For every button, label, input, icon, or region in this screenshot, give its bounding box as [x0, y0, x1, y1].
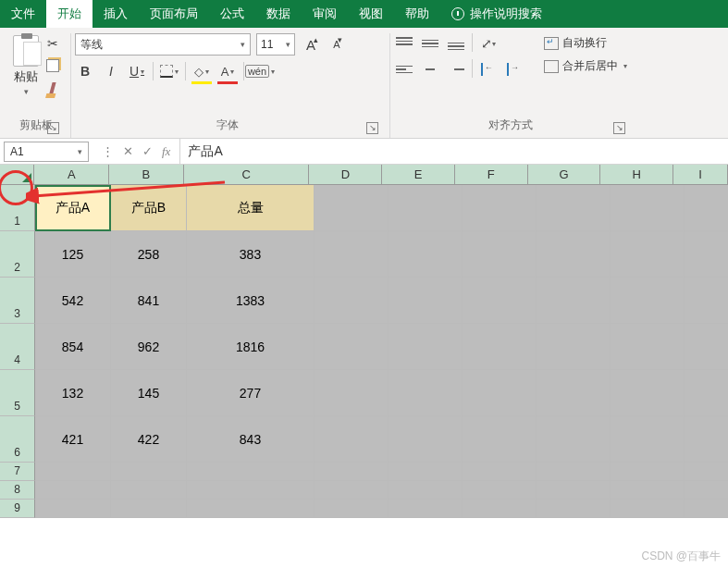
cell-H2[interactable]: [611, 231, 685, 278]
cell-E8[interactable]: [389, 481, 463, 500]
row-header-4[interactable]: 4: [0, 324, 35, 370]
cell-B9[interactable]: [111, 500, 187, 518]
cell-E9[interactable]: [389, 500, 463, 518]
cell-B3[interactable]: 841: [111, 278, 187, 324]
column-header-C[interactable]: C: [184, 165, 310, 184]
cell-I4[interactable]: [685, 324, 728, 370]
copy-button[interactable]: [44, 57, 61, 74]
column-header-H[interactable]: H: [600, 165, 673, 184]
cell-B7[interactable]: [111, 463, 187, 481]
tab-formulas[interactable]: 公式: [209, 0, 255, 28]
column-header-I[interactable]: I: [673, 165, 728, 184]
cell-D4[interactable]: [315, 324, 389, 370]
cell-I7[interactable]: [685, 463, 728, 481]
row-header-3[interactable]: 3: [0, 278, 35, 324]
tab-help[interactable]: 帮助: [394, 0, 440, 28]
cell-G7[interactable]: [537, 463, 611, 481]
column-header-D[interactable]: D: [309, 165, 382, 184]
cancel-icon[interactable]: ✕: [123, 144, 133, 158]
cell-F2[interactable]: [463, 231, 537, 278]
align-top-button[interactable]: [394, 33, 414, 54]
cell-A7[interactable]: [35, 463, 111, 481]
cell-F4[interactable]: [463, 324, 537, 370]
align-bottom-button[interactable]: [446, 33, 466, 54]
cell-G4[interactable]: [537, 324, 611, 370]
cell-D6[interactable]: [315, 416, 389, 463]
align-middle-button[interactable]: [420, 33, 440, 54]
row-header-9[interactable]: 9: [0, 500, 35, 518]
column-header-E[interactable]: E: [382, 165, 455, 184]
font-size-select[interactable]: 11 ▾: [256, 33, 295, 56]
cell-I9[interactable]: [685, 500, 728, 518]
cell-B4[interactable]: 962: [111, 324, 187, 370]
align-center-button[interactable]: [420, 59, 440, 80]
cell-G5[interactable]: [537, 370, 611, 416]
cell-E7[interactable]: [389, 463, 463, 481]
cell-D8[interactable]: [315, 481, 389, 500]
cell-G8[interactable]: [537, 481, 611, 500]
row-header-7[interactable]: 7: [0, 463, 35, 481]
font-color-button[interactable]: A▾: [217, 61, 238, 81]
cell-F5[interactable]: [463, 370, 537, 416]
cell-C5[interactable]: 277: [187, 370, 315, 416]
cell-F8[interactable]: [463, 481, 537, 500]
tab-view[interactable]: 视图: [348, 0, 394, 28]
cell-H8[interactable]: [611, 481, 685, 500]
cell-G6[interactable]: [537, 416, 611, 463]
cell-D1[interactable]: [315, 185, 389, 231]
cell-D3[interactable]: [315, 278, 389, 324]
dialog-launcher-icon[interactable]: ↘: [47, 122, 59, 134]
cell-D9[interactable]: [315, 500, 389, 518]
column-header-A[interactable]: A: [34, 165, 109, 184]
tell-me-search[interactable]: 操作说明搜索: [440, 0, 553, 28]
cell-C8[interactable]: [187, 481, 315, 500]
cell-H9[interactable]: [611, 500, 685, 518]
cell-E4[interactable]: [389, 324, 463, 370]
phonetic-button[interactable]: wén▾: [250, 61, 270, 81]
underline-button[interactable]: U▾: [127, 61, 147, 81]
tab-page-layout[interactable]: 页面布局: [139, 0, 209, 28]
cell-B5[interactable]: 145: [111, 370, 187, 416]
cell-A4[interactable]: 854: [35, 324, 111, 370]
increase-indent-button[interactable]: [504, 59, 524, 80]
cell-I8[interactable]: [685, 481, 728, 500]
cell-G1[interactable]: [537, 185, 611, 231]
cell-A6[interactable]: 421: [35, 416, 111, 463]
cell-F9[interactable]: [463, 500, 537, 518]
cell-D5[interactable]: [315, 370, 389, 416]
row-header-6[interactable]: 6: [0, 416, 35, 463]
select-all-corner[interactable]: [0, 165, 34, 184]
italic-button[interactable]: I: [101, 61, 121, 81]
cell-G9[interactable]: [537, 500, 611, 518]
cell-A9[interactable]: [35, 500, 111, 518]
cell-B1[interactable]: 产品B: [111, 185, 187, 231]
cell-C1[interactable]: 总量: [187, 185, 315, 231]
column-header-B[interactable]: B: [109, 165, 184, 184]
cell-H1[interactable]: [611, 185, 685, 231]
cell-H5[interactable]: [611, 370, 685, 416]
cell-A3[interactable]: 542: [35, 278, 111, 324]
orientation-button[interactable]: ⤢▾: [478, 33, 499, 54]
tab-data[interactable]: 数据: [255, 0, 302, 28]
cell-I5[interactable]: [685, 370, 728, 416]
borders-button[interactable]: ▾: [159, 61, 179, 81]
cell-F7[interactable]: [463, 463, 537, 481]
column-header-F[interactable]: F: [455, 165, 528, 184]
cell-C3[interactable]: 1383: [187, 278, 315, 324]
bold-button[interactable]: B: [75, 61, 95, 81]
cell-H6[interactable]: [611, 416, 685, 463]
tab-file[interactable]: 文件: [0, 0, 46, 28]
paste-button[interactable]: 粘贴 ▾: [11, 33, 41, 98]
cell-F1[interactable]: [463, 185, 537, 231]
cell-H4[interactable]: [611, 324, 685, 370]
row-header-5[interactable]: 5: [0, 370, 35, 416]
cell-C6[interactable]: 843: [187, 416, 315, 463]
enter-icon[interactable]: ✓: [142, 144, 153, 158]
cell-C7[interactable]: [187, 463, 315, 481]
cell-B6[interactable]: 422: [111, 416, 187, 463]
cell-H3[interactable]: [611, 278, 685, 324]
cell-A8[interactable]: [35, 481, 111, 500]
cell-G2[interactable]: [537, 231, 611, 278]
cell-E6[interactable]: [389, 416, 463, 463]
format-painter-button[interactable]: [44, 80, 61, 96]
